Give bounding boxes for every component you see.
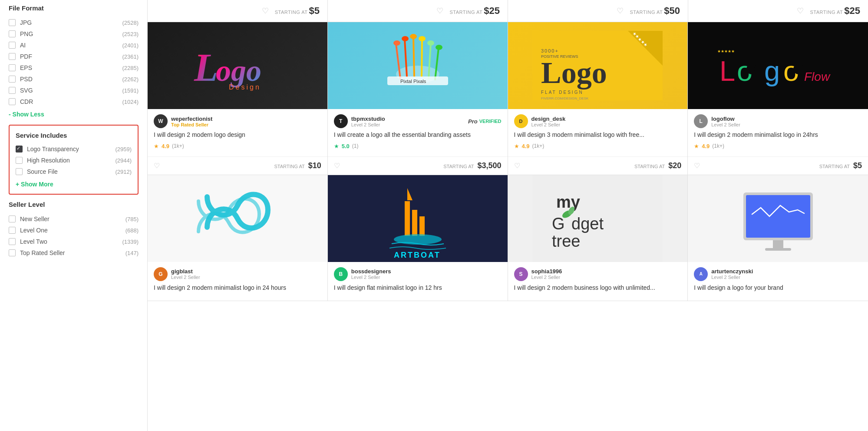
filter-source-file[interactable]: Source File (2912)	[16, 166, 132, 177]
checkbox-jpg[interactable]	[9, 19, 16, 26]
seller-info-weperfectionist: weperfectionist Top Rated Seller	[171, 116, 321, 127]
filter-png[interactable]: PNG (2523)	[9, 28, 139, 40]
heart-icon-1[interactable]: ♡	[262, 6, 269, 16]
gig-image-sophia: my G dget tree	[508, 175, 688, 262]
gig-card-artur: A arturtenczynski Level 2 Seller I will …	[688, 175, 868, 302]
filter-psd[interactable]: PSD (2262)	[9, 73, 139, 85]
gig-info-bossdesigners: B bossdesigners Level 2 Seller I will de…	[328, 262, 508, 301]
svg-rect-53	[746, 195, 810, 238]
svg-text:L: L	[719, 55, 734, 87]
gig-info-artur: A arturtenczynski Level 2 Seller I will …	[688, 262, 868, 301]
gig-bottom-weperfectionist: ♡ STARTING AT $10	[148, 156, 327, 175]
star-icon-design-desk: ★	[514, 143, 519, 149]
gig-price-val-design-desk: $20	[668, 161, 681, 170]
show-less-button[interactable]: - Show Less	[9, 111, 44, 118]
service-includes-section: Service Includes Logo Transparency (2959…	[9, 125, 139, 195]
filter-ai[interactable]: AI (2401)	[9, 40, 139, 51]
gig-price-tbpmx: STARTING AT $3,500	[443, 161, 501, 170]
filter-source-file-count: (2912)	[115, 169, 132, 175]
gig-heart-tbpmx[interactable]: ♡	[334, 162, 340, 170]
checkbox-psd[interactable]	[9, 76, 16, 83]
filter-eps-label: EPS	[20, 64, 120, 71]
filter-cdr[interactable]: CDR (1024)	[9, 96, 139, 107]
gig-heart-design-desk[interactable]: ♡	[514, 162, 520, 170]
checkbox-new-seller[interactable]	[9, 216, 16, 222]
seller-info-gigblast: gigblast Level 2 Seller	[171, 268, 321, 280]
svg-rect-40	[419, 216, 425, 236]
heart-icon-4[interactable]: ♡	[797, 6, 804, 16]
filter-logo-transparency[interactable]: Logo Transparency (2959)	[16, 143, 132, 155]
filter-pdf-count: (2361)	[122, 53, 139, 60]
filter-level-one-label: Level One	[20, 227, 124, 234]
heart-icon-3[interactable]: ♡	[617, 6, 624, 16]
filter-level-one[interactable]: Level One (688)	[9, 225, 139, 236]
gig-image-design-desk: ★★★★★ 3000+ POSITIVE REVIEWS Logo FLAT D…	[508, 22, 688, 109]
svg-point-42	[394, 234, 442, 245]
seller-row-logoflow: L logoflow Level 2 Seller	[694, 114, 862, 128]
seller-name-gigblast: gigblast	[171, 268, 321, 275]
avatar-design-desk: D	[514, 114, 528, 128]
checkbox-level-two[interactable]	[9, 238, 16, 245]
checkbox-level-one[interactable]	[9, 227, 16, 234]
filter-eps-count: (2285)	[122, 65, 139, 71]
main-content: ♡ STARTING AT $5 ♡ STARTING AT $25 ♡ STA…	[148, 0, 868, 431]
rating-count-logoflow: (1k+)	[712, 143, 724, 149]
checkbox-cdr[interactable]	[9, 98, 16, 105]
seller-level-title: Seller Level	[9, 201, 139, 208]
seller-row-weperfectionist: W weperfectionist Top Rated Seller	[154, 114, 321, 128]
rating-row-tbpmx: ★ 5.0 (1)	[334, 143, 502, 149]
seller-row-gigblast: G gigblast Level 2 Seller	[154, 267, 321, 281]
gig-image-weperfectionist: L ogo Design	[148, 22, 327, 109]
gig-info-sophia: S sophia1996 Level 2 Seller I will desig…	[508, 262, 688, 301]
avatar-weperfectionist: W	[154, 114, 168, 128]
heart-icon-2[interactable]: ♡	[436, 6, 443, 16]
checkbox-high-resolution[interactable]	[16, 157, 23, 164]
checkbox-top-rated-seller[interactable]	[9, 249, 16, 256]
checkbox-svg[interactable]	[9, 87, 16, 94]
checkbox-png[interactable]	[9, 30, 16, 37]
gig-bottom-logoflow: ♡ STARTING AT $5	[688, 156, 868, 175]
price-text-1: STARTING AT $5	[275, 5, 320, 17]
gig-heart-weperfectionist[interactable]: ♡	[154, 162, 160, 170]
starting-at-label-3: STARTING AT	[630, 10, 663, 15]
checkbox-logo-transparency[interactable]	[16, 146, 23, 153]
gig-card-gigblast: G gigblast Level 2 Seller I will design …	[148, 175, 328, 302]
gig-title-sophia: I will design 2 modern business logo wit…	[514, 284, 682, 292]
gig-card-logoflow: ★★★★★ L o g o Flow L	[688, 22, 868, 175]
seller-name-weperfectionist: weperfectionist	[171, 116, 321, 122]
rating-value-weperfectionist: 4.9	[162, 143, 169, 149]
checkbox-ai[interactable]	[9, 42, 16, 49]
filter-jpg-label: JPG	[20, 19, 120, 26]
rating-value-logoflow: 4.9	[702, 143, 710, 149]
show-more-button[interactable]: + Show More	[16, 181, 53, 188]
checkbox-pdf[interactable]	[9, 53, 16, 60]
checkbox-eps[interactable]	[9, 64, 16, 71]
avatar-logoflow: L	[694, 114, 708, 128]
filter-top-rated-seller[interactable]: Top Rated Seller (147)	[9, 247, 139, 259]
avatar-sophia: S	[514, 267, 528, 281]
seller-name-bossdesigners: bossdesigners	[351, 268, 502, 275]
seller-row-artur: A arturtenczynski Level 2 Seller	[694, 267, 862, 281]
rating-value-design-desk: 4.9	[522, 143, 530, 149]
filter-new-seller[interactable]: New Seller (785)	[9, 213, 139, 225]
checkbox-source-file[interactable]	[16, 168, 23, 175]
filter-high-resolution[interactable]: High Resolution (2944)	[16, 155, 132, 166]
gig-card-bossdesigners: ARTBOAT B bossdesigners Level 2 Seller I…	[328, 175, 508, 302]
price-value-1: $5	[309, 5, 320, 17]
filter-svg[interactable]: SVG (1591)	[9, 85, 139, 96]
svg-text:ogo: ogo	[216, 54, 261, 87]
gig-info-gigblast: G gigblast Level 2 Seller I will design …	[148, 262, 327, 301]
gig-card-sophia: my G dget tree S sophia1996 Leve	[508, 175, 688, 302]
rating-row-logoflow: ★ 4.9 (1k+)	[694, 143, 862, 149]
filter-pdf[interactable]: PDF (2361)	[9, 51, 139, 62]
gig-heart-logoflow[interactable]: ♡	[694, 162, 700, 170]
gig-price-weperfectionist: STARTING AT $10	[274, 161, 321, 170]
seller-name-logoflow: logoflow	[711, 116, 862, 122]
filter-level-two[interactable]: Level Two (1339)	[9, 236, 139, 247]
filter-png-label: PNG	[20, 30, 120, 37]
filter-eps[interactable]: EPS (2285)	[9, 62, 139, 73]
filter-svg-label: SVG	[20, 87, 120, 94]
seller-row-design-desk: D design_desk Level 2 Seller	[514, 114, 682, 128]
svg-text:FLAT DESIGN: FLAT DESIGN	[541, 90, 584, 95]
filter-jpg[interactable]: JPG (2528)	[9, 17, 139, 28]
